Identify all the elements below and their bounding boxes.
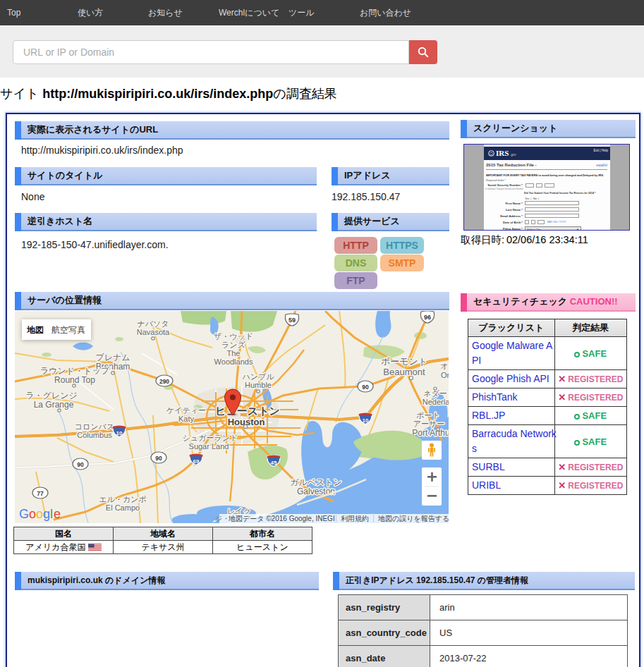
svg-text:90: 90 <box>77 461 84 468</box>
svg-text:ネダー: ネダー <box>423 389 447 398</box>
svg-text:地図データ ©2016 Google, INEGI: 地図データ ©2016 Google, INEGI <box>228 515 335 522</box>
svg-text:アーサー: アーサー <box>413 420 445 428</box>
svg-text:ザ・ウッド: ザ・ウッド <box>214 332 253 341</box>
svg-text:o: o <box>36 507 43 521</box>
svg-text:ラウンド・トップ: ラウンド・トップ <box>40 366 110 376</box>
svg-text:45: 45 <box>271 460 277 466</box>
svg-text:Sugar Land: Sugar Land <box>189 442 229 451</box>
svg-text:Humble: Humble <box>245 381 272 389</box>
svg-text:Woodlands: Woodlands <box>214 357 253 366</box>
svg-text:ケイティー: ケイティー <box>166 406 206 415</box>
svg-text:69: 69 <box>193 458 200 465</box>
svg-text:96: 96 <box>424 314 431 321</box>
svg-text:ヒューストン: ヒューストン <box>215 405 280 417</box>
svg-text:Navasota: Navasota <box>137 328 170 336</box>
svg-text:e: e <box>54 507 61 521</box>
svg-text:Round Top: Round Top <box>54 375 95 385</box>
svg-text:77: 77 <box>37 490 44 497</box>
svg-text:ラ・グレンジ: ラ・グレンジ <box>25 391 77 400</box>
svg-text:l: l <box>50 507 53 521</box>
svg-text:Katy: Katy <box>178 415 195 423</box>
svg-text:Nederla: Nederla <box>423 398 449 406</box>
svg-text:G: G <box>19 507 29 521</box>
svg-text:Columbus: Columbus <box>77 431 112 439</box>
svg-text:Port Arthur: Port Arthur <box>412 428 449 438</box>
svg-text:59: 59 <box>288 317 296 324</box>
svg-text:利用規約: 利用規約 <box>341 515 369 522</box>
svg-text:ジ・: ジ・ <box>215 515 229 522</box>
svg-text:コロンバス: コロンバス <box>75 422 114 431</box>
svg-text:地図: 地図 <box>26 325 44 335</box>
svg-text:シュガーランド: シュガーランド <box>183 434 238 442</box>
svg-text:El Campo: El Campo <box>106 503 140 512</box>
svg-text:The: The <box>227 349 241 357</box>
svg-text:o: o <box>29 507 36 521</box>
svg-text:ランズ: ランズ <box>221 341 246 349</box>
svg-text:ポート: ポート <box>416 411 440 420</box>
svg-text:Beaumont: Beaumont <box>383 367 425 377</box>
svg-text:10: 10 <box>116 430 123 436</box>
svg-text:オ: オ <box>440 362 448 370</box>
svg-text:地図の誤りを報告する: 地図の誤りを報告する <box>377 515 449 522</box>
svg-text:ハンブル: ハンブル <box>241 372 274 381</box>
svg-text:航空写真: 航空写真 <box>51 325 85 335</box>
svg-text:290: 290 <box>159 378 169 385</box>
svg-text:エル・カンポ: エル・カンポ <box>99 495 146 503</box>
svg-text:90: 90 <box>155 455 162 462</box>
svg-text:g: g <box>43 507 50 521</box>
svg-text:10: 10 <box>363 417 369 424</box>
svg-text:ブレナム: ブレナム <box>95 353 130 362</box>
svg-text:90: 90 <box>362 384 369 391</box>
svg-text:ボーモント: ボーモント <box>381 356 427 367</box>
svg-text:La Grange: La Grange <box>34 400 74 410</box>
svg-text:ガルベストン: ガルベストン <box>290 477 342 487</box>
svg-text:Or: Or <box>441 371 449 379</box>
svg-text:ナバソタ: ナバソタ <box>137 319 169 328</box>
